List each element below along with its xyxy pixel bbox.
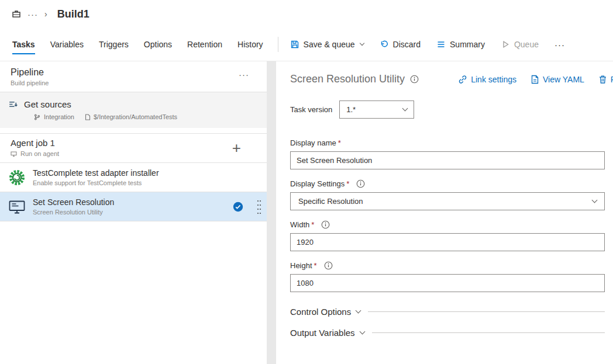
pipeline-header: Pipeline Build pipeline ··· (0, 61, 267, 92)
source-path: $/Integration/AutomatedTests (94, 113, 177, 120)
get-sources-item[interactable]: Get sources Integration (0, 92, 267, 128)
repo-name: Integration (44, 113, 74, 120)
height-field: Height * (290, 261, 605, 292)
play-icon (501, 40, 510, 49)
remove-label: Remove (611, 75, 613, 84)
output-variables-label: Output Variables (290, 328, 355, 338)
agent-icon (11, 151, 17, 157)
task-version-value: 1.* (346, 105, 356, 114)
required-marker: * (314, 261, 317, 270)
save-and-queue-button[interactable]: Save & queue (290, 40, 364, 49)
task-title: Set Screen Resolution (33, 197, 114, 207)
source-path-icon (85, 114, 91, 120)
control-options-label: Control Options (290, 307, 351, 317)
task-detail-header: Screen Resolution Utility (290, 73, 613, 85)
link-icon (458, 75, 467, 84)
task-version-row: Task version 1.* (290, 100, 613, 119)
display-settings-select[interactable]: Specific Resolution (290, 192, 605, 210)
agent-job-item[interactable]: Agent job 1 Run on agent + (0, 133, 267, 163)
section-divider (372, 332, 605, 333)
control-options-section: Control Options (290, 307, 605, 317)
summary-button[interactable]: Summary (436, 40, 485, 49)
selected-check-icon (233, 202, 243, 212)
display-settings-value: Specific Resolution (298, 197, 363, 206)
display-name-input[interactable] (290, 151, 605, 169)
tab-history[interactable]: History (230, 28, 271, 61)
width-label: Width (290, 220, 309, 229)
agent-job-subtitle: Run on agent (20, 150, 59, 157)
link-settings-label: Link settings (471, 75, 516, 84)
required-marker: * (346, 179, 349, 188)
organization-icon[interactable] (12, 9, 21, 19)
height-input[interactable] (290, 274, 605, 292)
task-item-testcomplete-installer[interactable]: TestComplete test adapter installer Enab… (0, 163, 267, 192)
pipeline-more-button[interactable]: ··· (239, 67, 256, 86)
tab-retention[interactable]: Retention (180, 28, 230, 61)
info-icon[interactable] (356, 179, 365, 188)
chevron-down-icon (356, 308, 361, 314)
drag-handle-icon[interactable] (256, 199, 262, 215)
undo-icon (380, 40, 389, 49)
link-settings-button[interactable]: Link settings (458, 75, 516, 84)
trash-icon (598, 75, 607, 84)
get-sources-icon (8, 99, 18, 109)
display-settings-field: Display Settings * Specific Resolution (290, 179, 605, 210)
output-variables-section: Output Variables (290, 328, 605, 338)
info-icon[interactable] (410, 75, 419, 84)
agent-job-title: Agent job 1 (11, 138, 59, 148)
page-title: Build1 (57, 8, 89, 20)
task-subtitle: Enable support for TestComplete tests (33, 179, 159, 186)
command-bar: Tasks Variables Triggers Options Retenti… (0, 28, 613, 61)
save-and-queue-label: Save & queue (304, 40, 355, 49)
display-name-field: Display name * (290, 138, 605, 169)
pipeline-panel: Pipeline Build pipeline ··· Get sources (0, 61, 267, 364)
task-item-set-screen-resolution[interactable]: Set Screen Resolution Screen Resolution … (0, 192, 267, 221)
width-input[interactable] (290, 233, 605, 251)
toolbar-more-button[interactable]: ··· (555, 40, 565, 50)
task-detail-title: Screen Resolution Utility (290, 73, 405, 85)
display-settings-label: Display Settings (290, 179, 345, 188)
branch-icon (34, 114, 40, 120)
required-marker: * (338, 138, 341, 147)
tab-triggers[interactable]: Triggers (91, 28, 136, 61)
display-name-label: Display name (290, 138, 336, 147)
breadcrumb: ··· › Build1 (0, 0, 613, 28)
toolbar: Save & queue Discard Summary (290, 40, 565, 50)
add-task-button[interactable]: + (232, 140, 241, 155)
task-title: TestComplete test adapter installer (33, 168, 159, 178)
tab-options[interactable]: Options (136, 28, 180, 61)
remove-button[interactable]: Remove (598, 75, 613, 84)
chevron-down-icon (359, 41, 364, 46)
document-icon (531, 75, 539, 84)
view-yaml-label: View YAML (543, 75, 584, 84)
discard-label: Discard (393, 40, 421, 49)
chevron-down-icon (592, 197, 598, 203)
breadcrumb-chevron-icon: › (44, 9, 47, 19)
tab-bar: Tasks Variables Triggers Options Retenti… (5, 28, 271, 61)
chevron-down-icon (359, 329, 365, 335)
panel-splitter[interactable] (267, 61, 276, 364)
discard-button[interactable]: Discard (380, 40, 421, 49)
tab-variables[interactable]: Variables (43, 28, 91, 61)
task-version-dropdown[interactable]: 1.* (339, 100, 414, 119)
output-variables-toggle[interactable]: Output Variables (290, 328, 364, 338)
view-yaml-button[interactable]: View YAML (531, 75, 584, 84)
pipeline-title: Pipeline (11, 67, 49, 78)
breadcrumb-ellipsis[interactable]: ··· (27, 9, 38, 19)
queue-label: Queue (514, 40, 539, 49)
task-fields: Display name * Display Settings * (290, 138, 605, 292)
control-options-toggle[interactable]: Control Options (290, 307, 360, 317)
queue-button[interactable]: Queue (501, 40, 539, 49)
chevron-down-icon (402, 106, 408, 112)
task-actions: Link settings View YAML (458, 75, 613, 84)
width-field: Width * (290, 220, 605, 251)
info-icon[interactable] (321, 220, 330, 229)
monitor-icon (8, 198, 26, 216)
info-icon[interactable] (324, 261, 333, 270)
list-icon (436, 40, 446, 49)
section-divider (368, 311, 605, 312)
summary-label: Summary (450, 40, 485, 49)
pipeline-editor-window: ··· › Build1 Tasks Variables Triggers Op… (0, 0, 613, 364)
pipeline-subtitle: Build pipeline (11, 79, 49, 86)
tab-tasks[interactable]: Tasks (5, 28, 43, 61)
